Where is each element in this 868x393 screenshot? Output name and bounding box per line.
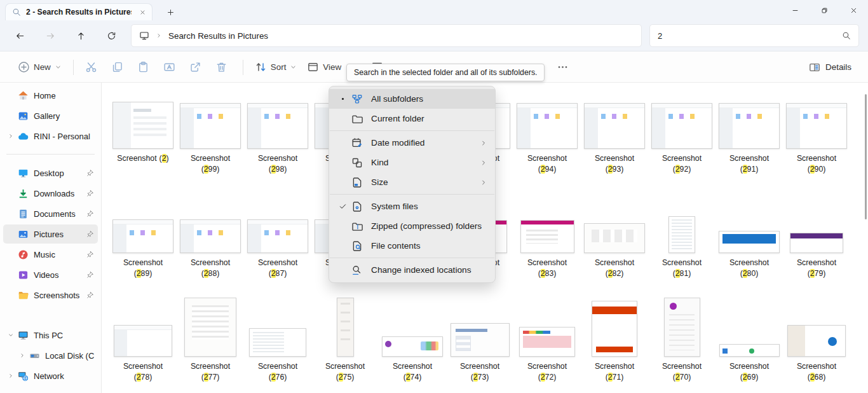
see-more-button[interactable] <box>552 56 578 79</box>
file-thumbnail[interactable] <box>180 219 241 253</box>
file-thumbnail[interactable] <box>520 220 574 253</box>
file-item[interactable]: Screenshot (273) <box>446 296 513 383</box>
file-thumbnail[interactable] <box>668 216 695 253</box>
sidebar-item-documents[interactable]: Documents <box>3 204 98 223</box>
chevr-icon[interactable] <box>8 133 14 139</box>
sidebar-item-local-disk-c[interactable]: Local Disk (C:) <box>15 346 98 365</box>
sidebar-item-home[interactable]: Home <box>3 86 98 105</box>
file-thumbnail[interactable] <box>786 103 847 149</box>
file-item[interactable]: Screenshot (268) <box>783 296 850 383</box>
file-thumbnail[interactable] <box>337 298 354 357</box>
file-item[interactable]: Screenshot (291) <box>715 100 783 176</box>
file-thumbnail[interactable] <box>114 325 172 357</box>
file-item[interactable]: Screenshot (277) <box>177 296 244 383</box>
file-thumbnail[interactable] <box>519 327 575 357</box>
search-input[interactable]: 2 <box>649 24 859 47</box>
sidebar-item-music[interactable]: Music <box>3 245 98 264</box>
details-pane-button[interactable]: Details <box>805 56 855 79</box>
share-button[interactable] <box>184 56 210 79</box>
file-item[interactable]: Screenshot (270) <box>648 296 715 383</box>
forward-button[interactable] <box>39 25 61 46</box>
menu-item-kind[interactable]: Kind <box>329 153 495 172</box>
copy-button[interactable] <box>106 56 132 79</box>
explorer-tab[interactable]: 2 - Search Results in Pictures <box>5 3 153 20</box>
file-thumbnail[interactable] <box>592 301 637 357</box>
file-item[interactable]: Screenshot (299) <box>177 100 244 176</box>
file-thumbnail[interactable] <box>249 328 306 357</box>
file-thumbnail[interactable] <box>584 103 645 149</box>
file-thumbnail[interactable] <box>719 344 780 357</box>
file-thumbnail[interactable] <box>247 103 308 149</box>
file-item[interactable]: Screenshot (279) <box>783 216 850 280</box>
file-thumbnail[interactable] <box>180 103 241 149</box>
rename-button[interactable] <box>158 56 184 79</box>
sidebar-item-screenshots[interactable]: Screenshots <box>3 286 98 305</box>
delete-button[interactable] <box>210 56 236 79</box>
sidebar-item-network[interactable]: Network <box>3 366 98 385</box>
menu-item-zipped-folders[interactable]: Zipped (compressed) folders <box>329 216 495 236</box>
chevr-icon[interactable] <box>8 373 14 379</box>
file-thumbnail[interactable] <box>719 231 780 253</box>
file-item[interactable]: Screenshot (292) <box>648 100 715 176</box>
file-thumbnail[interactable] <box>719 103 780 149</box>
menu-item-system-files[interactable]: System files <box>329 197 495 216</box>
file-thumbnail[interactable] <box>451 323 510 357</box>
sidebar-item-desktop[interactable]: Desktop <box>3 163 98 183</box>
tab-close-button[interactable] <box>137 6 148 18</box>
file-item[interactable]: Screenshot (280) <box>715 216 783 280</box>
file-item[interactable]: Screenshot (274) <box>379 296 446 383</box>
file-item[interactable]: Screenshot (271) <box>581 296 648 383</box>
file-thumbnail[interactable] <box>112 102 173 149</box>
file-item[interactable]: Screenshot (298) <box>244 100 311 176</box>
file-item[interactable]: Screenshot (272) <box>513 296 581 383</box>
menu-item-current-folder[interactable]: Current folder <box>329 109 495 128</box>
file-thumbnail[interactable] <box>184 298 236 357</box>
file-item[interactable]: Screenshot (288) <box>177 216 244 280</box>
file-thumbnail[interactable] <box>517 103 578 149</box>
menu-item-file-contents[interactable]: File contents <box>329 236 495 256</box>
file-item[interactable]: Screenshot (281) <box>648 216 715 280</box>
sidebar-item-videos[interactable]: Videos <box>3 265 98 284</box>
file-item[interactable]: Screenshot (275) <box>311 296 379 383</box>
file-item[interactable]: Screenshot (287) <box>244 216 311 280</box>
sidebar-item-pictures[interactable]: Pictures <box>3 224 98 244</box>
file-item[interactable]: Screenshot (294) <box>513 100 581 176</box>
chevr-icon[interactable] <box>19 352 25 359</box>
sidebar-item-rini-personal[interactable]: RINI - Personal <box>3 127 98 146</box>
file-item[interactable]: Screenshot (293) <box>581 100 648 176</box>
refresh-button[interactable] <box>100 25 122 46</box>
vertical-scrollbar[interactable] <box>865 94 867 219</box>
file-thumbnail[interactable] <box>651 103 712 149</box>
menu-item-date-modified[interactable]: Date modified <box>329 133 495 153</box>
new-tab-button[interactable] <box>163 6 178 18</box>
paste-button[interactable] <box>132 56 158 79</box>
menu-item-size[interactable]: Size <box>329 172 495 192</box>
cut-button[interactable] <box>80 56 106 79</box>
sidebar-item-downloads[interactable]: Downloads <box>3 184 98 203</box>
sort-button[interactable]: Sort <box>250 56 302 79</box>
minimize-button[interactable] <box>780 0 810 20</box>
file-item[interactable]: Screenshot (2) <box>109 100 177 176</box>
file-thumbnail[interactable] <box>112 219 173 253</box>
file-thumbnail[interactable] <box>787 325 846 357</box>
sidebar-item-this-pc[interactable]: This PC <box>3 326 98 345</box>
file-item[interactable]: Screenshot (282) <box>581 216 648 280</box>
up-button[interactable] <box>70 25 92 46</box>
file-item[interactable]: Screenshot (290) <box>783 100 850 176</box>
menu-item-change-indexed-locations[interactable]: Change indexed locations <box>329 260 495 280</box>
file-item[interactable]: Screenshot (278) <box>109 296 177 383</box>
chevd-icon[interactable] <box>8 332 14 338</box>
file-thumbnail[interactable] <box>790 233 843 253</box>
file-thumbnail[interactable] <box>584 223 645 253</box>
file-item[interactable]: Screenshot (289) <box>109 216 177 280</box>
file-item[interactable]: Screenshot (269) <box>715 296 783 383</box>
file-thumbnail[interactable] <box>664 298 700 357</box>
menu-item-all-subfolders[interactable]: All subfolders <box>329 89 495 109</box>
restore-button[interactable] <box>810 0 839 20</box>
close-button[interactable] <box>839 0 868 20</box>
file-item[interactable]: Screenshot (276) <box>244 296 311 383</box>
file-thumbnail[interactable] <box>247 219 308 253</box>
sidebar-item-gallery[interactable]: Gallery <box>3 106 98 125</box>
file-thumbnail[interactable] <box>382 336 443 357</box>
file-item[interactable]: Screenshot (283) <box>513 216 581 280</box>
